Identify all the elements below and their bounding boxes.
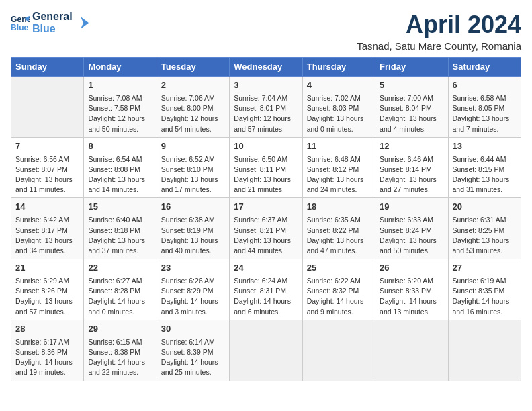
table-row: 9 Sunrise: 6:52 AM Sunset: 8:10 PM Dayli… bbox=[157, 137, 229, 198]
sunset-text: Sunset: 8:32 PM bbox=[307, 286, 371, 296]
sunrise-text: Sunrise: 6:15 AM bbox=[88, 337, 152, 347]
sunset-text: Sunset: 8:28 PM bbox=[88, 286, 152, 296]
table-row: 11 Sunrise: 6:48 AM Sunset: 8:12 PM Dayl… bbox=[302, 137, 375, 198]
daylight-text: Daylight: 13 hours and 11 minutes. bbox=[15, 175, 79, 195]
daylight-text: Daylight: 14 hours and 16 minutes. bbox=[453, 296, 517, 316]
table-row: 27 Sunrise: 6:19 AM Sunset: 8:35 PM Dayl… bbox=[448, 259, 521, 320]
day-number: 2 bbox=[161, 79, 225, 92]
table-row: 5 Sunrise: 7:00 AM Sunset: 8:04 PM Dayli… bbox=[375, 77, 448, 138]
sunset-text: Sunset: 7:58 PM bbox=[88, 103, 152, 113]
table-row: 14 Sunrise: 6:42 AM Sunset: 8:17 PM Dayl… bbox=[11, 198, 84, 259]
day-info: Sunrise: 6:44 AM Sunset: 8:15 PM Dayligh… bbox=[453, 154, 517, 195]
sunset-text: Sunset: 8:39 PM bbox=[161, 347, 225, 357]
page-header: General Blue General Blue April 2024 Tas… bbox=[11, 11, 521, 52]
col-saturday: Saturday bbox=[448, 58, 521, 77]
day-number: 23 bbox=[161, 262, 225, 275]
daylight-text: Daylight: 13 hours and 21 minutes. bbox=[234, 175, 298, 195]
daylight-text: Daylight: 12 hours and 54 minutes. bbox=[161, 113, 225, 134]
day-number: 12 bbox=[380, 140, 443, 153]
daylight-text: Daylight: 13 hours and 40 minutes. bbox=[161, 236, 225, 256]
sunset-text: Sunset: 8:12 PM bbox=[307, 165, 371, 175]
sunrise-text: Sunrise: 6:37 AM bbox=[234, 215, 298, 225]
sunset-text: Sunset: 8:35 PM bbox=[453, 286, 517, 296]
day-info: Sunrise: 6:14 AM Sunset: 8:39 PM Dayligh… bbox=[161, 337, 225, 378]
day-number: 8 bbox=[88, 140, 152, 153]
sunrise-text: Sunrise: 6:56 AM bbox=[15, 154, 79, 165]
day-info: Sunrise: 6:15 AM Sunset: 8:38 PM Dayligh… bbox=[88, 337, 152, 378]
day-info: Sunrise: 6:52 AM Sunset: 8:10 PM Dayligh… bbox=[161, 154, 225, 195]
day-info: Sunrise: 6:58 AM Sunset: 8:05 PM Dayligh… bbox=[453, 93, 517, 134]
daylight-text: Daylight: 13 hours and 24 minutes. bbox=[307, 175, 371, 195]
day-number: 18 bbox=[307, 201, 371, 214]
sunset-text: Sunset: 8:05 PM bbox=[453, 103, 517, 113]
daylight-text: Daylight: 13 hours and 34 minutes. bbox=[15, 236, 79, 256]
table-row: 3 Sunrise: 7:04 AM Sunset: 8:01 PM Dayli… bbox=[230, 77, 302, 138]
table-row: 28 Sunrise: 6:17 AM Sunset: 8:36 PM Dayl… bbox=[11, 320, 84, 381]
sunset-text: Sunset: 8:24 PM bbox=[380, 226, 443, 236]
day-info: Sunrise: 6:50 AM Sunset: 8:11 PM Dayligh… bbox=[234, 154, 298, 195]
sunset-text: Sunset: 8:11 PM bbox=[234, 165, 298, 175]
svg-text:Blue: Blue bbox=[11, 23, 29, 32]
sunset-text: Sunset: 8:01 PM bbox=[234, 103, 298, 113]
day-number: 5 bbox=[380, 79, 443, 92]
table-row: 12 Sunrise: 6:46 AM Sunset: 8:14 PM Dayl… bbox=[375, 137, 448, 198]
daylight-text: Daylight: 13 hours and 7 minutes. bbox=[453, 113, 517, 134]
sunrise-text: Sunrise: 7:02 AM bbox=[307, 93, 371, 103]
sunrise-text: Sunrise: 6:14 AM bbox=[161, 337, 225, 347]
day-number: 10 bbox=[234, 140, 298, 153]
sunrise-text: Sunrise: 6:50 AM bbox=[234, 154, 298, 165]
sunrise-text: Sunrise: 6:54 AM bbox=[88, 154, 152, 165]
sunrise-text: Sunrise: 6:20 AM bbox=[380, 276, 443, 286]
sunrise-text: Sunrise: 6:22 AM bbox=[307, 276, 371, 286]
day-info: Sunrise: 6:31 AM Sunset: 8:25 PM Dayligh… bbox=[453, 215, 517, 256]
daylight-text: Daylight: 14 hours and 9 minutes. bbox=[307, 296, 371, 316]
daylight-text: Daylight: 14 hours and 0 minutes. bbox=[88, 296, 152, 316]
day-number: 26 bbox=[380, 262, 443, 275]
sunset-text: Sunset: 8:21 PM bbox=[234, 226, 298, 236]
day-info: Sunrise: 6:38 AM Sunset: 8:19 PM Dayligh… bbox=[161, 215, 225, 256]
sunset-text: Sunset: 8:36 PM bbox=[15, 347, 79, 357]
logo-icon: General Blue bbox=[11, 13, 30, 32]
logo-blue: Blue bbox=[32, 23, 73, 35]
day-info: Sunrise: 6:22 AM Sunset: 8:32 PM Dayligh… bbox=[307, 276, 371, 317]
day-number: 28 bbox=[15, 323, 79, 336]
table-row: 2 Sunrise: 7:06 AM Sunset: 8:00 PM Dayli… bbox=[157, 77, 229, 138]
day-number: 1 bbox=[88, 79, 152, 92]
col-monday: Monday bbox=[84, 58, 157, 77]
table-row: 25 Sunrise: 6:22 AM Sunset: 8:32 PM Dayl… bbox=[302, 259, 375, 320]
day-info: Sunrise: 6:17 AM Sunset: 8:36 PM Dayligh… bbox=[15, 337, 79, 378]
sunset-text: Sunset: 8:19 PM bbox=[161, 226, 225, 236]
table-row: 19 Sunrise: 6:33 AM Sunset: 8:24 PM Dayl… bbox=[375, 198, 448, 259]
day-info: Sunrise: 6:33 AM Sunset: 8:24 PM Dayligh… bbox=[380, 215, 443, 256]
calendar-week-row: 21 Sunrise: 6:29 AM Sunset: 8:26 PM Dayl… bbox=[11, 259, 521, 320]
daylight-text: Daylight: 13 hours and 50 minutes. bbox=[380, 236, 443, 256]
sunrise-text: Sunrise: 7:08 AM bbox=[88, 93, 152, 103]
table-row: 10 Sunrise: 6:50 AM Sunset: 8:11 PM Dayl… bbox=[230, 137, 302, 198]
daylight-text: Daylight: 12 hours and 50 minutes. bbox=[88, 113, 152, 134]
day-number: 22 bbox=[88, 262, 152, 275]
day-number: 25 bbox=[307, 262, 371, 275]
daylight-text: Daylight: 13 hours and 17 minutes. bbox=[161, 175, 225, 195]
col-friday: Friday bbox=[375, 58, 448, 77]
table-row: 17 Sunrise: 6:37 AM Sunset: 8:21 PM Dayl… bbox=[230, 198, 302, 259]
col-wednesday: Wednesday bbox=[230, 58, 302, 77]
daylight-text: Daylight: 13 hours and 27 minutes. bbox=[380, 175, 443, 195]
table-row bbox=[375, 320, 448, 381]
day-number: 24 bbox=[234, 262, 298, 275]
sunset-text: Sunset: 8:18 PM bbox=[88, 226, 152, 236]
sunrise-text: Sunrise: 6:29 AM bbox=[15, 276, 79, 286]
day-number: 27 bbox=[453, 262, 517, 275]
day-number: 15 bbox=[88, 201, 152, 214]
table-row: 23 Sunrise: 6:26 AM Sunset: 8:29 PM Dayl… bbox=[157, 259, 229, 320]
calendar-week-row: 14 Sunrise: 6:42 AM Sunset: 8:17 PM Dayl… bbox=[11, 198, 521, 259]
daylight-text: Daylight: 13 hours and 57 minutes. bbox=[15, 296, 79, 316]
sunrise-text: Sunrise: 6:52 AM bbox=[161, 154, 225, 165]
logo: General Blue General Blue bbox=[11, 11, 90, 34]
col-thursday: Thursday bbox=[302, 58, 375, 77]
sunset-text: Sunset: 8:26 PM bbox=[15, 286, 79, 296]
table-row bbox=[11, 77, 84, 138]
day-info: Sunrise: 6:35 AM Sunset: 8:22 PM Dayligh… bbox=[307, 215, 371, 256]
daylight-text: Daylight: 13 hours and 4 minutes. bbox=[380, 113, 443, 134]
table-row bbox=[302, 320, 375, 381]
logo-general: General bbox=[32, 11, 73, 23]
